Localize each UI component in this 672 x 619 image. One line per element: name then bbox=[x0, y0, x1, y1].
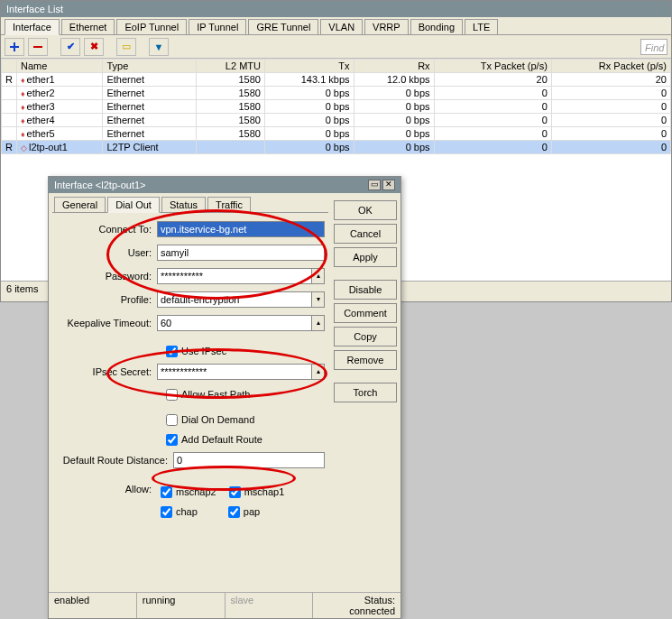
use-ipsec-checkbox[interactable] bbox=[166, 346, 178, 357]
dialog-form: Connect To: vpn.itservice-bg.net User: s… bbox=[52, 213, 328, 614]
table-row[interactable]: ♦ether4Ethernet15800 bps0 bps00 bbox=[2, 114, 671, 127]
allow-fastpath-checkbox[interactable] bbox=[166, 389, 178, 401]
dialog-tab-dial-out[interactable]: Dial Out bbox=[107, 197, 160, 213]
status-enabled: enabled bbox=[49, 593, 137, 618]
main-title: Interface List bbox=[6, 4, 63, 14]
dial-on-demand-label: Dial On Demand bbox=[181, 414, 254, 425]
close-icon[interactable]: ✕ bbox=[382, 180, 395, 190]
tab-lte[interactable]: LTE bbox=[465, 19, 498, 34]
torch-button[interactable]: Torch bbox=[334, 383, 397, 402]
keepalive-arrow[interactable]: ▴ bbox=[312, 315, 325, 331]
col-header[interactable]: Tx bbox=[264, 60, 354, 73]
pap-label: pap bbox=[244, 506, 260, 517]
dial-on-demand-checkbox[interactable] bbox=[166, 414, 178, 426]
chap-checkbox[interactable] bbox=[161, 506, 172, 518]
dialog-tab-traffic[interactable]: Traffic bbox=[207, 197, 251, 212]
tab-eoip-tunnel[interactable]: EoIP Tunnel bbox=[116, 19, 187, 34]
copy-button[interactable]: Copy bbox=[334, 327, 397, 346]
find-input[interactable]: Find bbox=[640, 39, 667, 55]
default-route-dist-label: Default Route Distance: bbox=[56, 455, 173, 466]
ipsec-secret-input[interactable]: ************ bbox=[157, 364, 312, 380]
ipsec-secret-label: IPsec Secret: bbox=[56, 366, 157, 377]
filter-button[interactable]: ▼ bbox=[149, 38, 169, 56]
enable-button[interactable]: ✔ bbox=[60, 38, 80, 56]
profile-select[interactable]: default-encryption bbox=[157, 291, 312, 308]
pap-checkbox[interactable] bbox=[228, 506, 240, 518]
profile-dropdown-arrow[interactable]: ▾ bbox=[312, 291, 325, 308]
col-header[interactable]: Name bbox=[16, 60, 102, 73]
mschap2-checkbox[interactable] bbox=[161, 486, 172, 498]
dialog-tab-general[interactable]: General bbox=[54, 197, 106, 212]
keepalive-label: Keepalive Timeout: bbox=[56, 318, 157, 328]
use-ipsec-label: Use IPsec bbox=[181, 346, 226, 356]
table-row[interactable]: R♦ether1Ethernet1580143.1 kbps12.0 kbps2… bbox=[2, 73, 671, 87]
table-row[interactable]: ♦ether3Ethernet15800 bps0 bps00 bbox=[2, 100, 671, 114]
mschap2-label: mschap2 bbox=[176, 486, 216, 497]
user-input[interactable]: samyil bbox=[157, 245, 325, 261]
disable-button[interactable]: ✖ bbox=[84, 38, 104, 56]
dialog-tabs: GeneralDial OutStatusTraffic bbox=[52, 197, 328, 213]
user-label: User: bbox=[56, 247, 157, 258]
password-input[interactable]: *********** bbox=[157, 268, 312, 284]
col-header[interactable] bbox=[2, 60, 17, 73]
chap-label: chap bbox=[176, 506, 198, 517]
main-toolbar: ✔ ✖ ▭ ▼ Find bbox=[1, 35, 671, 59]
profile-label: Profile: bbox=[56, 294, 157, 305]
add-default-route-label: Add Default Route bbox=[181, 434, 262, 445]
apply-button[interactable]: Apply bbox=[334, 247, 397, 267]
table-row[interactable]: ♦ether5Ethernet15800 bps0 bps00 bbox=[2, 127, 671, 141]
col-header[interactable]: Tx Packet (p/s) bbox=[434, 60, 551, 73]
table-row[interactable]: R◇l2tp-out1L2TP Client0 bps0 bps00 bbox=[2, 141, 671, 154]
col-header[interactable]: Rx bbox=[354, 60, 434, 73]
add-default-route-checkbox[interactable] bbox=[166, 434, 178, 446]
allow-label: Allow: bbox=[56, 484, 157, 494]
tab-vlan[interactable]: VLAN bbox=[320, 19, 363, 34]
dialog-title: Interface <l2tp-out1> bbox=[54, 180, 146, 190]
connect-to-label: Connect To: bbox=[56, 224, 157, 235]
ok-button[interactable]: OK bbox=[334, 200, 397, 220]
col-header[interactable]: Rx Packet (p/s) bbox=[551, 60, 670, 73]
cancel-button[interactable]: Cancel bbox=[334, 224, 397, 244]
status-connected: Status: connected bbox=[313, 593, 400, 618]
allow-fastpath-label: Allow Fast Path bbox=[181, 389, 250, 400]
mschap1-label: mschap1 bbox=[244, 486, 285, 497]
tab-gre-tunnel[interactable]: GRE Tunnel bbox=[248, 19, 318, 34]
add-button[interactable] bbox=[5, 38, 24, 56]
tab-interface[interactable]: Interface bbox=[5, 19, 60, 35]
tab-bonding[interactable]: Bonding bbox=[410, 19, 463, 34]
status-slave: slave bbox=[226, 593, 314, 618]
dialog-title-bar: Interface <l2tp-out1> ▭ ✕ bbox=[49, 177, 400, 193]
main-title-bar: Interface List bbox=[1, 1, 671, 17]
col-header[interactable]: Type bbox=[103, 60, 197, 73]
comment-button[interactable]: Comment bbox=[334, 303, 397, 323]
connect-to-input[interactable]: vpn.itservice-bg.net bbox=[157, 221, 325, 237]
interface-dialog: Interface <l2tp-out1> ▭ ✕ GeneralDial Ou… bbox=[48, 176, 401, 619]
main-tabs: InterfaceEthernetEoIP TunnelIP TunnelGRE… bbox=[1, 17, 671, 35]
col-header[interactable]: L2 MTU bbox=[197, 60, 265, 73]
dialog-tab-status[interactable]: Status bbox=[161, 197, 206, 212]
keepalive-input[interactable]: 60 bbox=[157, 315, 312, 331]
remove-button[interactable] bbox=[28, 38, 48, 56]
status-running: running bbox=[137, 593, 226, 618]
default-route-dist-input[interactable]: 0 bbox=[173, 452, 325, 468]
disable-button[interactable]: Disable bbox=[334, 280, 397, 300]
tab-ethernet[interactable]: Ethernet bbox=[61, 19, 115, 34]
tab-vrrp[interactable]: VRRP bbox=[364, 19, 409, 34]
ipsec-secret-arrow[interactable]: ▴ bbox=[312, 364, 325, 380]
comment-button[interactable]: ▭ bbox=[116, 38, 136, 56]
dialog-buttons: OK Cancel Apply Disable Comment Copy Rem… bbox=[334, 197, 397, 614]
interface-table: NameTypeL2 MTUTxRxTx Packet (p/s)Rx Pack… bbox=[1, 59, 671, 154]
dialog-status-bar: enabled running slave Status: connected bbox=[49, 592, 400, 618]
table-row[interactable]: ♦ether2Ethernet15800 bps0 bps00 bbox=[2, 87, 671, 100]
remove-button[interactable]: Remove bbox=[334, 350, 397, 370]
svg-rect-0 bbox=[33, 46, 42, 48]
password-reveal-arrow[interactable]: ▴ bbox=[312, 268, 325, 284]
password-label: Password: bbox=[56, 271, 157, 282]
tab-ip-tunnel[interactable]: IP Tunnel bbox=[189, 19, 246, 34]
mschap1-checkbox[interactable] bbox=[229, 486, 241, 498]
minimize-icon[interactable]: ▭ bbox=[368, 180, 381, 190]
